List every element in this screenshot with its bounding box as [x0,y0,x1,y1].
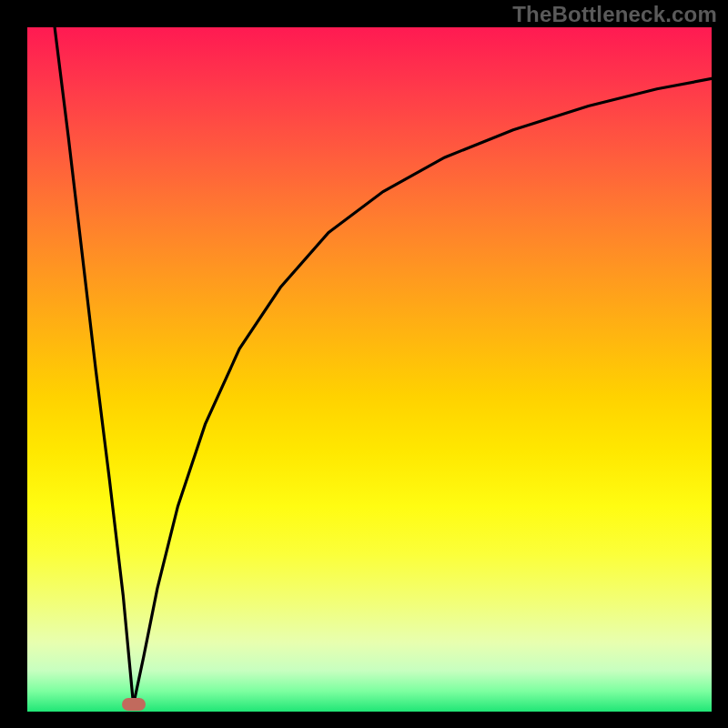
plot-area [27,27,712,712]
curve-left-branch [55,27,134,705]
chart-frame: TheBottleneck.com [0,0,728,728]
curve-right-branch [134,78,712,704]
watermark-text: TheBottleneck.com [512,2,717,27]
minimum-marker [122,698,146,711]
curve-layer [27,27,712,712]
